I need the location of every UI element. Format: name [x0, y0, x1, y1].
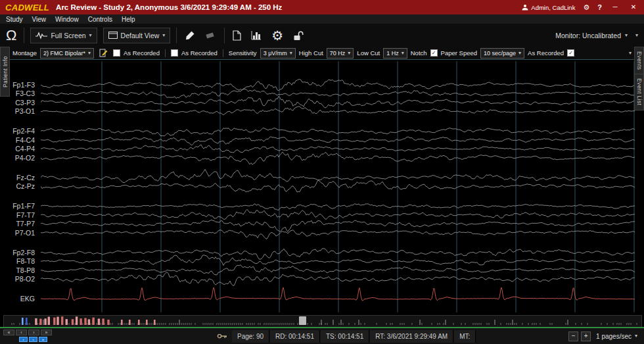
lock-cursor-toggle[interactable]	[217, 333, 231, 339]
channel-labels: Fp1-F3F3-C3C3-P3P3-O1Fp2-F4F4-C4C4-P4P4-…	[0, 60, 38, 315]
unlock-icon	[293, 30, 304, 41]
toolbar: Ω Full Screen ▾ Default View ▾ ⚙	[0, 24, 644, 47]
channel-label: F3-C3	[16, 89, 35, 97]
mt-time: MT:	[454, 330, 476, 343]
window-icon	[108, 32, 118, 39]
title-bar-controls: Admin, CadLink ⚙ ? ─ ✕	[522, 4, 639, 11]
rt-time: RT: 3/6/2021 9:29:49 AM	[370, 330, 453, 343]
notch-checkbox[interactable]: ✓	[430, 49, 438, 57]
eeg-traces[interactable]	[41, 60, 635, 314]
montage-value: 2) FMC Bipolar*	[43, 50, 85, 57]
chevron-down-icon: ▾	[402, 51, 404, 56]
channel-label: T7-P7	[16, 220, 35, 228]
user-menu[interactable]: Admin, CadLink	[522, 4, 575, 11]
as-recorded-filters-checkbox[interactable]	[171, 49, 178, 57]
montage-label: Montage	[12, 49, 37, 57]
settings-bar: Montage 2) FMC Bipolar* ▾ As Recorded As…	[9, 47, 635, 59]
prev-page-button[interactable]: ‹	[16, 330, 27, 335]
cadwell-logo: CADWELL	[5, 3, 49, 12]
low-cut-value: 1 Hz	[386, 50, 399, 57]
menu-item-window[interactable]: Window	[55, 16, 79, 23]
channel-label: F4-C4	[16, 136, 35, 144]
full-screen-button[interactable]: Full Screen ▾	[30, 28, 97, 43]
page-speed-select[interactable]: 1 pages/sec ▾	[593, 333, 640, 340]
menu-item-controls[interactable]: Controls	[88, 16, 112, 23]
new-report-button[interactable]	[231, 27, 243, 44]
default-view-label: Default View	[121, 32, 160, 39]
montage-select[interactable]: 2) FMC Bipolar* ▾	[40, 48, 94, 59]
play-fast-button[interactable]: »	[39, 337, 47, 342]
as-recorded-filters-label: As Recorded	[181, 49, 218, 57]
first-page-button[interactable]: «	[3, 330, 14, 335]
speed-decrease-button[interactable]: −	[568, 332, 578, 341]
play-button[interactable]: ›	[29, 337, 37, 342]
cadlink-settings-icon[interactable]: ⚙	[583, 4, 589, 11]
channel-label: Fp2-F8	[12, 249, 35, 257]
play-back-button[interactable]: ‹	[19, 337, 28, 342]
settings-overflow-chevron[interactable]: ▾	[629, 51, 632, 56]
high-cut-value: 70 Hz	[330, 50, 346, 57]
channel-label: C3-P3	[15, 99, 35, 107]
channel-label: Fp1-F7	[12, 202, 35, 210]
playback-speed-controls: − + 1 pages/sec ▾	[568, 328, 640, 344]
key-icon	[217, 333, 227, 339]
sensitivity-select[interactable]: 3 μV/mm ▾	[260, 48, 296, 59]
default-view-button[interactable]: Default View ▾	[103, 28, 171, 43]
minimize-button[interactable]: ─	[610, 4, 620, 11]
menu-item-view[interactable]: View	[32, 16, 47, 23]
monitor-label: Monitor: Uncalibrated	[555, 32, 621, 39]
trends-button[interactable]	[249, 27, 264, 44]
ts-time: TS: 00:14:51	[321, 330, 369, 343]
chevron-down-icon: ▾	[88, 51, 91, 56]
page-indicator: Page: 90	[232, 330, 269, 343]
next-page-button[interactable]: ›	[28, 330, 39, 335]
settings-button[interactable]: ⚙	[269, 27, 285, 44]
toolbar-separator	[24, 28, 24, 43]
tab-events[interactable]: Events	[634, 47, 644, 74]
close-button[interactable]: ✕	[628, 4, 639, 11]
waveform-icon	[35, 32, 47, 39]
channel-label: Fp2-F4	[12, 127, 35, 135]
histogram-icon	[251, 30, 262, 40]
menu-item-study[interactable]: Study	[6, 16, 23, 23]
status-bar: « ‹ › » ‹ › » Page: 90 RD: 00:14:51 TS: …	[0, 328, 644, 344]
eraser-tool-button[interactable]	[203, 27, 218, 44]
speed-increase-button[interactable]: +	[581, 332, 591, 341]
channel-label: F8-T8	[16, 257, 35, 265]
channel-label: Cz-Pz	[16, 182, 35, 190]
notch-label: Notch	[411, 49, 427, 57]
user-name: Admin, CadLink	[531, 4, 575, 11]
as-recorded-montage-checkbox[interactable]	[113, 49, 120, 57]
study-overview-bar[interactable]	[3, 315, 642, 328]
chevron-down-icon: ▾	[162, 33, 165, 38]
last-page-button[interactable]: »	[41, 330, 52, 335]
montage-editor-button[interactable]	[97, 49, 110, 58]
channel-label: P4-O2	[15, 154, 35, 162]
tab-event-list[interactable]: Event List	[634, 74, 644, 111]
as-recorded-display-checkbox[interactable]: ✓	[567, 49, 574, 57]
channel-label: T8-P8	[16, 266, 35, 274]
toolbar-separator	[176, 28, 177, 43]
marker-tool-button[interactable]	[183, 27, 197, 44]
eraser-icon	[205, 31, 216, 40]
channel-label: P8-O2	[15, 275, 35, 283]
lock-view-button[interactable]	[291, 27, 306, 44]
impedance-button[interactable]: Ω	[6, 28, 16, 43]
tab-patient-info[interactable]: Patient Info	[0, 47, 10, 97]
paper-speed-select[interactable]: 10 sec/page ▾	[480, 48, 524, 59]
menu-bar: StudyViewWindowControlsHelp	[0, 14, 644, 24]
trace-area: Fp1-F3F3-C3C3-P3P3-O1Fp2-F4F4-C4C4-P4P4-…	[0, 59, 635, 315]
high-cut-select[interactable]: 70 Hz ▾	[327, 48, 354, 59]
toolbar-separator	[224, 28, 225, 43]
help-button[interactable]: ?	[597, 4, 602, 11]
edit-montage-icon	[99, 49, 108, 57]
channel-label: Fp1-F3	[12, 81, 35, 89]
toolbar-overflow-chevron[interactable]: ▾	[635, 33, 638, 38]
user-icon	[522, 4, 528, 11]
page-speed-value: 1 pages/sec	[596, 333, 632, 340]
menu-item-help[interactable]: Help	[122, 16, 135, 23]
chevron-down-icon: ▾	[348, 51, 350, 56]
settings-separator	[223, 49, 223, 57]
monitor-select[interactable]: Monitor: Uncalibrated ▾ ▾	[555, 32, 638, 39]
low-cut-select[interactable]: 1 Hz ▾	[383, 48, 407, 59]
